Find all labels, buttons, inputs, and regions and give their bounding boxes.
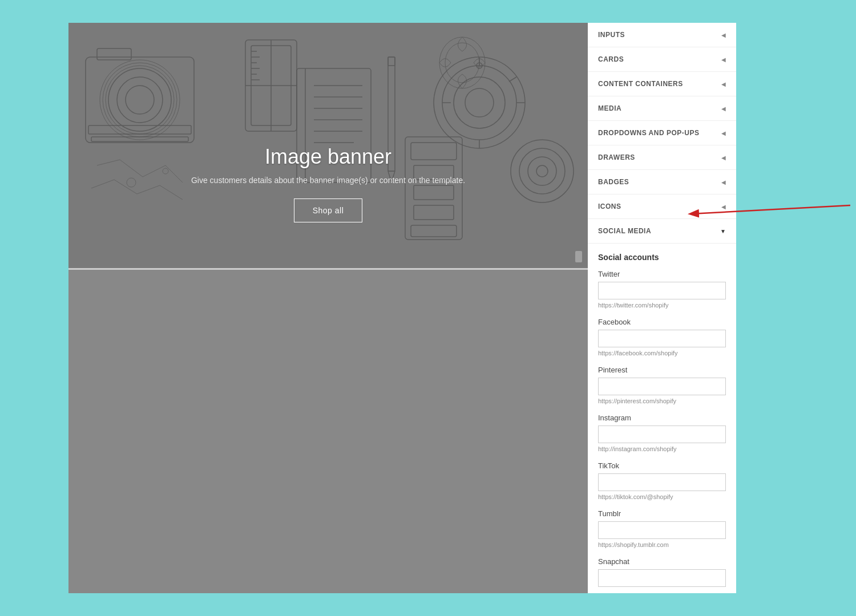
social-media-section: Social accounts Twitter https://twitter.…: [588, 244, 736, 593]
sidebar-item-icons[interactable]: ICONS ◀: [588, 194, 736, 219]
sidebar-item-media[interactable]: MEDIA ◀: [588, 96, 736, 121]
twitter-hint: https://twitter.com/shopify: [598, 302, 726, 309]
sidebar-item-social-media-label: SOCIAL MEDIA: [598, 227, 651, 235]
sidebar-item-drawers-label: DRAWERS: [598, 153, 635, 161]
content-section: [68, 270, 588, 593]
facebook-label: Facebook: [598, 318, 726, 326]
sidebar-item-badges[interactable]: BADGES ◀: [588, 170, 736, 194]
sidebar-item-content-containers-arrow: ◀: [721, 81, 726, 87]
sidebar-item-drawers[interactable]: DRAWERS ◀: [588, 145, 736, 170]
sidebar-item-badges-label: BADGES: [598, 178, 629, 186]
twitter-input[interactable]: [598, 282, 726, 299]
sidebar-item-cards-arrow: ◀: [721, 56, 726, 63]
sidebar-item-social-media-arrow: ▼: [720, 228, 726, 234]
facebook-field: Facebook https://facebook.com/shopify: [598, 318, 726, 356]
twitter-label: Twitter: [598, 270, 726, 278]
banner-section: Image banner Give customers details abou…: [68, 23, 588, 268]
instagram-label: Instagram: [598, 414, 726, 422]
preview-area: Image banner Give customers details abou…: [68, 23, 588, 593]
pinterest-field: Pinterest https://pinterest.com/shopify: [598, 366, 726, 404]
sidebar-item-inputs[interactable]: INPUTS ◀: [588, 23, 736, 47]
sidebar: INPUTS ◀ CARDS ◀ CONTENT CONTAINERS ◀ ME…: [588, 23, 736, 593]
sidebar-item-social-media[interactable]: SOCIAL MEDIA ▼: [588, 219, 736, 244]
sidebar-item-inputs-arrow: ◀: [721, 32, 726, 38]
sidebar-item-dropdowns-arrow: ◀: [721, 130, 726, 136]
banner-content: Image banner Give customers details abou…: [68, 145, 588, 222]
sidebar-item-cards[interactable]: CARDS ◀: [588, 47, 736, 72]
instagram-input[interactable]: [598, 425, 726, 443]
instagram-hint: http://instagram.com/shopify: [598, 445, 726, 452]
banner-subtitle: Give customers details about the banner …: [91, 176, 565, 185]
facebook-hint: https://facebook.com/shopify: [598, 350, 726, 356]
sidebar-item-dropdowns[interactable]: DROPDOWNS AND POP-UPS ◀: [588, 121, 736, 145]
tumblr-field: Tumblr https://shopify.tumblr.com: [598, 509, 726, 548]
sidebar-item-media-label: MEDIA: [598, 104, 621, 112]
banner-title: Image banner: [91, 145, 565, 169]
facebook-input[interactable]: [598, 330, 726, 347]
tiktok-field: TikTok https://tiktok.com/@shopify: [598, 461, 726, 500]
sidebar-item-content-containers-label: CONTENT CONTAINERS: [598, 80, 683, 88]
tiktok-label: TikTok: [598, 461, 726, 470]
sidebar-item-badges-arrow: ◀: [721, 179, 726, 185]
sidebar-item-media-arrow: ◀: [721, 106, 726, 112]
tumblr-label: Tumblr: [598, 509, 726, 518]
tiktok-hint: https://tiktok.com/@shopify: [598, 493, 726, 500]
tumblr-input[interactable]: [598, 521, 726, 539]
sidebar-item-inputs-label: INPUTS: [598, 31, 625, 39]
sidebar-item-icons-arrow: ◀: [721, 204, 726, 210]
twitter-field: Twitter https://twitter.com/shopify: [598, 270, 726, 309]
social-accounts-title: Social accounts: [598, 253, 726, 262]
snapchat-input[interactable]: [598, 569, 726, 587]
sidebar-item-icons-label: ICONS: [598, 202, 621, 210]
tumblr-hint: https://shopify.tumblr.com: [598, 541, 726, 548]
sidebar-item-dropdowns-label: DROPDOWNS AND POP-UPS: [598, 129, 699, 137]
pinterest-label: Pinterest: [598, 366, 726, 374]
pinterest-hint: https://pinterest.com/shopify: [598, 398, 726, 404]
pinterest-input[interactable]: [598, 378, 726, 395]
sidebar-item-content-containers[interactable]: CONTENT CONTAINERS ◀: [588, 72, 736, 96]
sidebar-item-drawers-arrow: ◀: [721, 155, 726, 161]
scroll-indicator: [575, 251, 582, 262]
snapchat-field: Snapchat: [598, 557, 726, 587]
sidebar-item-cards-label: CARDS: [598, 55, 624, 63]
shop-all-button[interactable]: Shop all: [294, 198, 363, 222]
tiktok-input[interactable]: [598, 473, 726, 491]
instagram-field: Instagram http://instagram.com/shopify: [598, 414, 726, 452]
snapchat-label: Snapchat: [598, 557, 726, 566]
